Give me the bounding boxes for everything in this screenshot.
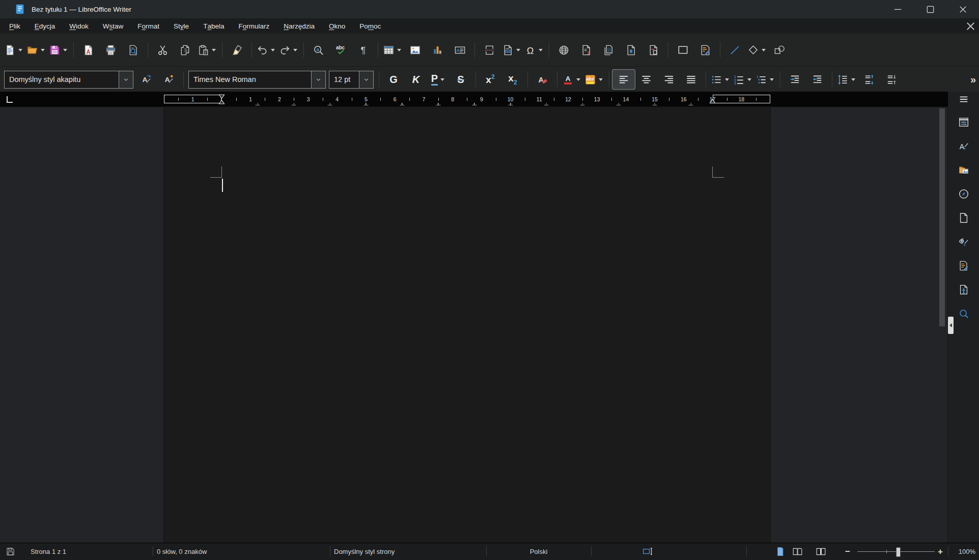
copy-button[interactable] xyxy=(174,39,196,61)
dropdown-arrow-icon[interactable] xyxy=(770,78,774,81)
indent-markers[interactable] xyxy=(218,94,225,105)
menu-plik[interactable]: Plik xyxy=(2,18,27,34)
align-center-button[interactable] xyxy=(635,70,657,89)
superscript-button[interactable]: x2 xyxy=(479,70,501,89)
language-status[interactable]: Polski xyxy=(486,543,591,560)
single-page-view-button[interactable] xyxy=(775,543,786,560)
maximize-button[interactable] xyxy=(914,0,946,18)
menu-widok[interactable]: Widok xyxy=(62,18,96,34)
hyperlink-button[interactable] xyxy=(552,39,575,61)
insert-chart-button[interactable] xyxy=(426,39,449,61)
endnote-button[interactable]: [i] xyxy=(597,39,620,61)
right-indent-marker[interactable] xyxy=(709,98,716,104)
dropdown-arrow-icon[interactable] xyxy=(576,78,580,81)
line-spacing-button[interactable] xyxy=(835,70,858,89)
toolbar-overflow-button[interactable]: » xyxy=(970,67,975,92)
find-replace-button[interactable]: a xyxy=(307,39,329,61)
page-style-status[interactable]: Domyślny styl strony xyxy=(334,543,395,560)
insert-table-button[interactable] xyxy=(381,39,404,61)
align-left-button[interactable] xyxy=(612,70,635,89)
bookmark-button[interactable] xyxy=(620,39,642,61)
dropdown-arrow-icon[interactable] xyxy=(271,49,275,51)
italic-button[interactable]: K xyxy=(405,70,427,89)
justify-button[interactable] xyxy=(680,70,702,89)
menu-pomoc[interactable]: Pomoc xyxy=(352,18,388,34)
print-preview-button[interactable] xyxy=(122,39,144,61)
subscript-button[interactable]: x2 xyxy=(501,70,524,89)
align-right-button[interactable] xyxy=(657,70,680,89)
dropdown-arrow-icon[interactable] xyxy=(397,49,401,51)
tab-accessibility-check[interactable] xyxy=(953,279,974,300)
formatting-marks-button[interactable]: ¶ xyxy=(352,39,374,61)
close-document-button[interactable] xyxy=(965,20,976,32)
document-page[interactable] xyxy=(164,107,770,543)
book-view-button[interactable] xyxy=(816,543,826,560)
cross-reference-button[interactable] xyxy=(642,39,664,61)
zoom-slider-thumb[interactable] xyxy=(896,547,901,557)
paste-button[interactable] xyxy=(196,39,218,61)
page-number-status[interactable]: Strona 1 z 1 xyxy=(31,543,66,560)
menu-edycja[interactable]: Edycja xyxy=(27,18,63,34)
tab-properties[interactable] xyxy=(953,112,974,132)
menu-okno[interactable]: Okno xyxy=(322,18,352,34)
draw-functions-button[interactable] xyxy=(768,39,791,61)
open-button[interactable] xyxy=(25,39,47,61)
menu-tabela[interactable]: Tabela xyxy=(196,18,231,34)
dropdown-arrow-icon[interactable] xyxy=(41,49,45,51)
bullet-list-button[interactable] xyxy=(709,70,732,89)
dropdown-arrow-icon[interactable] xyxy=(440,78,444,81)
underline-button[interactable]: P xyxy=(427,70,450,89)
selection-mode-status[interactable] xyxy=(642,543,653,560)
export-pdf-button[interactable] xyxy=(77,39,99,61)
decrease-indent-button[interactable] xyxy=(806,70,828,89)
menu-formularz[interactable]: Formularz xyxy=(231,18,276,34)
undo-button[interactable] xyxy=(255,39,277,61)
insert-field-button[interactable] xyxy=(500,39,523,61)
highlight-color-button[interactable]: ab xyxy=(583,70,605,89)
multi-page-view-button[interactable] xyxy=(792,543,803,560)
zoom-slider[interactable] xyxy=(857,551,935,552)
numbered-list-button[interactable]: 123 xyxy=(732,70,754,89)
increase-paragraph-spacing-button[interactable] xyxy=(858,70,880,89)
tab-navigator[interactable] xyxy=(953,184,974,204)
redo-button[interactable] xyxy=(277,39,300,61)
dropdown-arrow-icon[interactable] xyxy=(212,49,216,51)
paragraph-style-select[interactable]: Domyślny styl akapitu xyxy=(4,71,133,89)
minimize-button[interactable] xyxy=(881,0,914,18)
tab-styles[interactable]: A xyxy=(953,136,974,156)
tab-style-inspector[interactable] xyxy=(953,232,974,252)
spelling-button[interactable]: abc xyxy=(329,39,352,61)
dropdown-arrow-icon[interactable] xyxy=(747,78,751,81)
chevron-down-icon[interactable] xyxy=(311,71,325,88)
clone-formatting-button[interactable] xyxy=(226,39,248,61)
close-button[interactable] xyxy=(946,0,979,18)
zoom-in-button[interactable]: + xyxy=(938,543,943,560)
font-size-select[interactable]: 12 pt xyxy=(329,71,374,89)
dropdown-arrow-icon[interactable] xyxy=(599,78,603,81)
dropdown-arrow-icon[interactable] xyxy=(63,49,67,51)
word-count-status[interactable]: 0 słów, 0 znaków xyxy=(157,543,207,560)
update-style-button[interactable]: A xyxy=(135,70,157,89)
vertical-scrollbar-thumb[interactable] xyxy=(939,108,945,326)
tab-manage-changes[interactable] xyxy=(953,256,974,276)
dropdown-arrow-icon[interactable] xyxy=(516,49,520,51)
page-break-button[interactable] xyxy=(478,39,500,61)
new-document-button[interactable] xyxy=(3,39,25,61)
strikethrough-button[interactable]: S xyxy=(450,70,472,89)
chevron-down-icon[interactable] xyxy=(359,71,373,88)
dropdown-arrow-icon[interactable] xyxy=(18,49,22,51)
menu-style[interactable]: Style xyxy=(166,18,196,34)
tab-page[interactable] xyxy=(953,208,974,228)
basic-shapes-button[interactable] xyxy=(746,39,768,61)
menu-narzdzia[interactable]: Narzędzia xyxy=(276,18,322,34)
tab-gallery[interactable] xyxy=(953,160,974,180)
footnote-button[interactable]: 1 xyxy=(575,39,597,61)
dropdown-arrow-icon[interactable] xyxy=(293,49,297,51)
menu-wstaw[interactable]: Wstaw xyxy=(96,18,131,34)
track-changes-button[interactable] xyxy=(694,39,716,61)
dropdown-arrow-icon[interactable] xyxy=(725,78,729,81)
insert-image-button[interactable] xyxy=(404,39,426,61)
print-button[interactable] xyxy=(99,39,122,61)
dropdown-arrow-icon[interactable] xyxy=(851,78,855,81)
comment-button[interactable] xyxy=(672,39,694,61)
